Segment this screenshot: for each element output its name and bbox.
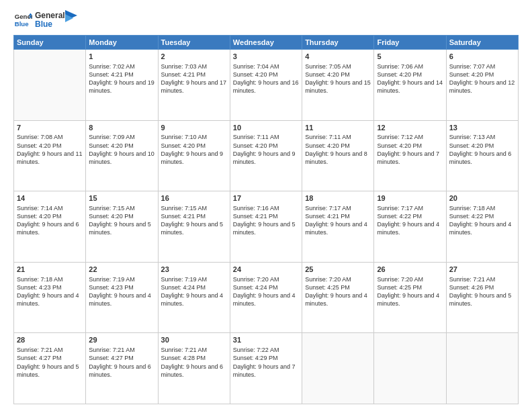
day-header-sunday: Sunday <box>14 36 86 50</box>
day-number: 31 <box>233 335 299 345</box>
calendar-cell: 13Sunrise: 7:13 AMSunset: 4:20 PMDayligh… <box>446 120 518 191</box>
day-info: Sunrise: 7:21 AMSunset: 4:26 PMDaylight:… <box>449 275 515 308</box>
day-number: 29 <box>89 335 154 345</box>
calendar-cell <box>302 333 374 404</box>
calendar-cell: 31Sunrise: 7:22 AMSunset: 4:29 PMDayligh… <box>230 333 302 404</box>
day-info: Sunrise: 7:10 AMSunset: 4:20 PMDaylight:… <box>161 133 227 166</box>
day-info: Sunrise: 7:21 AMSunset: 4:27 PMDaylight:… <box>89 346 154 379</box>
day-number: 18 <box>305 193 371 203</box>
calendar-cell: 19Sunrise: 7:17 AMSunset: 4:22 PMDayligh… <box>374 191 446 263</box>
calendar-cell: 24Sunrise: 7:20 AMSunset: 4:24 PMDayligh… <box>230 262 302 333</box>
day-info: Sunrise: 7:14 AMSunset: 4:20 PMDaylight:… <box>17 204 83 237</box>
day-info: Sunrise: 7:07 AMSunset: 4:20 PMDaylight:… <box>449 62 515 95</box>
day-number: 16 <box>161 193 227 203</box>
calendar-cell: 7Sunrise: 7:08 AMSunset: 4:20 PMDaylight… <box>14 120 86 191</box>
calendar-cell: 8Sunrise: 7:09 AMSunset: 4:20 PMDaylight… <box>86 120 158 191</box>
day-info: Sunrise: 7:17 AMSunset: 4:21 PMDaylight:… <box>305 204 371 237</box>
calendar-cell: 6Sunrise: 7:07 AMSunset: 4:20 PMDaylight… <box>446 50 518 121</box>
day-info: Sunrise: 7:21 AMSunset: 4:27 PMDaylight:… <box>17 346 83 379</box>
calendar-cell: 22Sunrise: 7:19 AMSunset: 4:23 PMDayligh… <box>86 262 158 333</box>
day-info: Sunrise: 7:15 AMSunset: 4:21 PMDaylight:… <box>161 204 227 237</box>
calendar-cell: 16Sunrise: 7:15 AMSunset: 4:21 PMDayligh… <box>158 191 230 263</box>
calendar-cell: 18Sunrise: 7:17 AMSunset: 4:21 PMDayligh… <box>302 191 374 263</box>
calendar-cell: 10Sunrise: 7:11 AMSunset: 4:20 PMDayligh… <box>230 120 302 191</box>
day-number: 3 <box>233 52 299 62</box>
calendar-cell <box>374 333 446 404</box>
day-number: 21 <box>17 265 83 275</box>
logo-arrow-icon <box>65 10 77 25</box>
day-header-friday: Friday <box>374 36 446 50</box>
day-number: 14 <box>17 193 83 203</box>
day-number: 22 <box>89 265 154 275</box>
calendar-cell: 1Sunrise: 7:02 AMSunset: 4:21 PMDaylight… <box>86 50 158 121</box>
day-number: 27 <box>449 265 515 275</box>
calendar-cell: 27Sunrise: 7:21 AMSunset: 4:26 PMDayligh… <box>446 262 518 333</box>
calendar-table: SundayMondayTuesdayWednesdayThursdayFrid… <box>13 35 519 404</box>
day-number: 17 <box>233 193 299 203</box>
calendar-cell: 23Sunrise: 7:19 AMSunset: 4:24 PMDayligh… <box>158 262 230 333</box>
calendar-cell: 11Sunrise: 7:11 AMSunset: 4:20 PMDayligh… <box>302 120 374 191</box>
calendar-header-row: SundayMondayTuesdayWednesdayThursdayFrid… <box>14 36 519 50</box>
day-number: 4 <box>305 52 371 62</box>
calendar-week-5: 28Sunrise: 7:21 AMSunset: 4:27 PMDayligh… <box>14 333 519 404</box>
day-info: Sunrise: 7:20 AMSunset: 4:24 PMDaylight:… <box>233 275 299 308</box>
page: General Blue General Blue SundayMondayTu… <box>0 0 532 411</box>
header: General Blue General Blue <box>13 11 519 30</box>
day-info: Sunrise: 7:19 AMSunset: 4:23 PMDaylight:… <box>89 275 154 308</box>
calendar-cell: 29Sunrise: 7:21 AMSunset: 4:27 PMDayligh… <box>86 333 158 404</box>
day-number: 13 <box>449 123 515 133</box>
day-number: 8 <box>89 123 154 133</box>
calendar-cell: 25Sunrise: 7:20 AMSunset: 4:25 PMDayligh… <box>302 262 374 333</box>
day-info: Sunrise: 7:08 AMSunset: 4:20 PMDaylight:… <box>17 133 83 166</box>
day-info: Sunrise: 7:20 AMSunset: 4:25 PMDaylight:… <box>305 275 371 308</box>
calendar-cell: 15Sunrise: 7:15 AMSunset: 4:20 PMDayligh… <box>86 191 158 263</box>
calendar-cell: 20Sunrise: 7:18 AMSunset: 4:22 PMDayligh… <box>446 191 518 263</box>
svg-text:Blue: Blue <box>15 20 29 28</box>
day-number: 24 <box>233 265 299 275</box>
day-info: Sunrise: 7:11 AMSunset: 4:20 PMDaylight:… <box>305 133 371 166</box>
day-number: 1 <box>89 52 154 62</box>
calendar-week-2: 7Sunrise: 7:08 AMSunset: 4:20 PMDaylight… <box>14 120 519 191</box>
day-number: 2 <box>161 52 227 62</box>
calendar-cell <box>14 50 86 121</box>
day-info: Sunrise: 7:02 AMSunset: 4:21 PMDaylight:… <box>89 62 154 95</box>
calendar-cell: 4Sunrise: 7:05 AMSunset: 4:20 PMDaylight… <box>302 50 374 121</box>
day-number: 25 <box>305 265 371 275</box>
day-info: Sunrise: 7:03 AMSunset: 4:21 PMDaylight:… <box>161 62 227 95</box>
day-number: 26 <box>377 265 443 275</box>
day-header-tuesday: Tuesday <box>158 36 230 50</box>
day-info: Sunrise: 7:18 AMSunset: 4:22 PMDaylight:… <box>449 204 515 237</box>
day-info: Sunrise: 7:22 AMSunset: 4:29 PMDaylight:… <box>233 346 299 379</box>
day-info: Sunrise: 7:09 AMSunset: 4:20 PMDaylight:… <box>89 133 154 166</box>
calendar-week-3: 14Sunrise: 7:14 AMSunset: 4:20 PMDayligh… <box>14 191 519 263</box>
day-info: Sunrise: 7:19 AMSunset: 4:24 PMDaylight:… <box>161 275 227 308</box>
day-info: Sunrise: 7:11 AMSunset: 4:20 PMDaylight:… <box>233 133 299 166</box>
day-number: 20 <box>449 193 515 203</box>
calendar-cell: 3Sunrise: 7:04 AMSunset: 4:20 PMDaylight… <box>230 50 302 121</box>
day-info: Sunrise: 7:05 AMSunset: 4:20 PMDaylight:… <box>305 62 371 95</box>
calendar-cell: 21Sunrise: 7:18 AMSunset: 4:23 PMDayligh… <box>14 262 86 333</box>
day-number: 23 <box>161 265 227 275</box>
calendar-cell: 5Sunrise: 7:06 AMSunset: 4:20 PMDaylight… <box>374 50 446 121</box>
day-number: 15 <box>89 193 154 203</box>
day-info: Sunrise: 7:18 AMSunset: 4:23 PMDaylight:… <box>17 275 83 308</box>
day-info: Sunrise: 7:04 AMSunset: 4:20 PMDaylight:… <box>233 62 299 95</box>
day-number: 10 <box>233 123 299 133</box>
calendar-cell: 26Sunrise: 7:20 AMSunset: 4:25 PMDayligh… <box>374 262 446 333</box>
calendar-cell <box>446 333 518 404</box>
logo: General Blue General Blue <box>13 11 77 30</box>
calendar-week-4: 21Sunrise: 7:18 AMSunset: 4:23 PMDayligh… <box>14 262 519 333</box>
day-info: Sunrise: 7:12 AMSunset: 4:20 PMDaylight:… <box>377 133 443 166</box>
calendar-cell: 14Sunrise: 7:14 AMSunset: 4:20 PMDayligh… <box>14 191 86 263</box>
day-info: Sunrise: 7:17 AMSunset: 4:22 PMDaylight:… <box>377 204 443 237</box>
day-info: Sunrise: 7:21 AMSunset: 4:28 PMDaylight:… <box>161 346 227 379</box>
calendar-cell: 9Sunrise: 7:10 AMSunset: 4:20 PMDaylight… <box>158 120 230 191</box>
day-header-saturday: Saturday <box>446 36 518 50</box>
calendar-cell: 28Sunrise: 7:21 AMSunset: 4:27 PMDayligh… <box>14 333 86 404</box>
day-number: 7 <box>17 123 83 133</box>
logo-text-blue: Blue <box>35 20 65 29</box>
day-number: 6 <box>449 52 515 62</box>
day-number: 5 <box>377 52 443 62</box>
day-header-monday: Monday <box>86 36 158 50</box>
logo-icon: General Blue <box>13 11 32 30</box>
